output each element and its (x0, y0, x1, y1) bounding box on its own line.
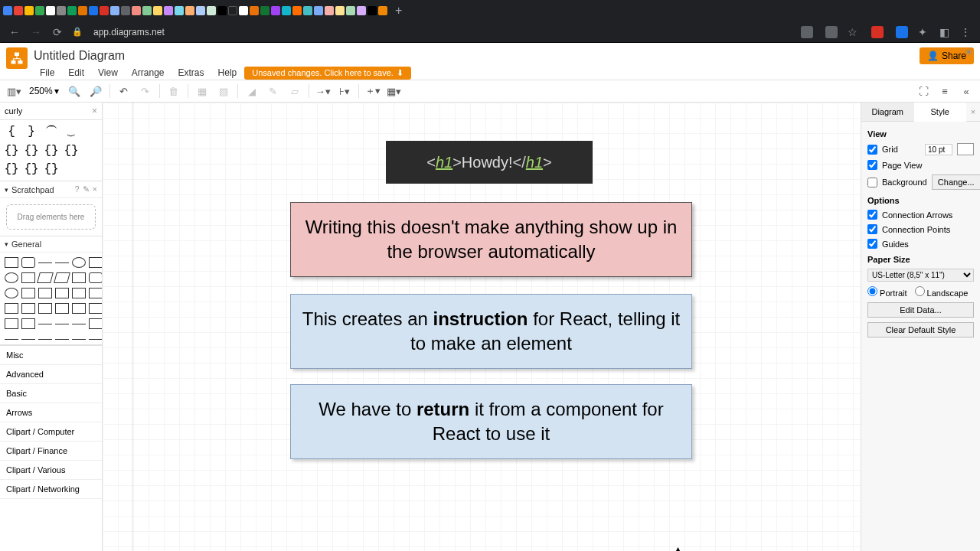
to-back-icon[interactable]: ▧ (214, 82, 233, 100)
shape-link[interactable] (21, 339, 35, 340)
landscape-radio[interactable]: Landscape (915, 286, 969, 298)
forward-button[interactable]: → (29, 26, 43, 38)
tab-favicon[interactable] (67, 6, 77, 15)
extension-icon[interactable] (825, 26, 838, 38)
shape-parallelogram[interactable] (54, 272, 70, 283)
shape-hexagon[interactable] (72, 272, 86, 283)
table-icon[interactable]: ▦▾ (385, 82, 403, 100)
tab-favicon[interactable] (357, 6, 366, 15)
shape-square[interactable] (89, 257, 103, 268)
appearance-icon[interactable]: ☀ (964, 46, 974, 58)
code-snippet-box[interactable]: <h1>Howdy!</h1> (386, 141, 593, 184)
tab-favicon[interactable] (239, 6, 248, 15)
tab-favicon[interactable] (24, 6, 34, 15)
shape-or[interactable] (89, 303, 103, 314)
tab-favicon[interactable] (282, 6, 291, 15)
category-clipart-networking[interactable]: Clipart / Networking (0, 480, 102, 499)
shape-braces[interactable]: {} (44, 162, 58, 176)
conn-points-checkbox[interactable] (867, 224, 877, 234)
canvas[interactable]: <h1>Howdy!</h1> Writing this doesn't mak… (103, 103, 861, 551)
shape-line[interactable] (38, 339, 52, 340)
tab-favicon[interactable] (303, 6, 312, 15)
close-panel-icon[interactable]: × (966, 103, 980, 121)
menu-file[interactable]: File (34, 66, 60, 80)
tab-favicon[interactable] (57, 6, 66, 15)
zoom-select[interactable]: 250% ▾ (26, 86, 62, 96)
help-icon[interactable]: ? (74, 184, 79, 194)
tab-favicon[interactable] (175, 6, 184, 15)
collapse-right-icon[interactable]: « (957, 82, 975, 100)
shape-callout[interactable] (55, 303, 69, 314)
tab-favicon[interactable] (346, 6, 355, 15)
shape-curve[interactable] (5, 339, 18, 340)
background-checkbox[interactable] (867, 178, 877, 187)
tab-favicon[interactable] (250, 6, 259, 15)
insert-icon[interactable]: ＋▾ (364, 82, 382, 100)
star-icon[interactable]: ☆ (845, 26, 859, 38)
change-background-button[interactable]: Change... (932, 174, 980, 190)
tab-favicon[interactable] (378, 6, 387, 15)
extension-icon[interactable] (871, 26, 884, 38)
conn-arrows-checkbox[interactable] (867, 210, 877, 220)
guides-checkbox[interactable] (867, 239, 877, 249)
menu-view[interactable]: View (92, 66, 124, 80)
papersize-select[interactable]: US-Letter (8,5" x 11") (867, 269, 974, 282)
tab-favicon[interactable] (164, 6, 173, 15)
shape-step[interactable] (72, 288, 86, 298)
sidebar-toggle-icon[interactable]: ▥▾ (5, 82, 23, 100)
new-tab-button[interactable]: + (389, 4, 408, 18)
shape-ellipse[interactable] (72, 257, 86, 268)
delete-icon[interactable]: 🗑 (165, 82, 183, 100)
clear-search-icon[interactable]: × (92, 106, 97, 116)
shape-dashed[interactable] (55, 324, 69, 324)
shape-trapezoid[interactable] (89, 288, 103, 298)
shape-brace[interactable]: ⏟ (64, 125, 78, 139)
tab-favicon[interactable] (217, 6, 227, 15)
format-panel-icon[interactable]: ≡ (936, 82, 954, 100)
tab-favicon[interactable] (89, 6, 98, 15)
tab-favicon[interactable] (110, 6, 119, 15)
shape-diamond[interactable] (37, 272, 54, 283)
app-logo-icon[interactable] (6, 47, 28, 69)
shape-process[interactable] (21, 272, 35, 283)
category-misc[interactable]: Misc (0, 346, 102, 365)
general-header[interactable]: ▾ General (0, 236, 102, 253)
grid-color-swatch[interactable] (957, 143, 974, 155)
line-color-icon[interactable]: ✎ (264, 82, 283, 100)
shape-textbox[interactable] (55, 262, 69, 263)
zoom-out-icon[interactable]: 🔎 (87, 82, 105, 100)
note-box-pink[interactable]: Writing this doesn't make anything show … (290, 202, 692, 277)
tab-favicon[interactable] (271, 6, 280, 15)
category-arrows[interactable]: Arrows (0, 403, 102, 422)
edit-icon[interactable]: ✎ (83, 184, 90, 194)
zoom-in-icon[interactable]: 🔍 (65, 82, 83, 100)
back-button[interactable]: ← (8, 26, 21, 38)
shape-brace[interactable]: ⏜ (44, 125, 58, 139)
unsaved-notice[interactable]: Unsaved changes. Click here to save. ⬇ (244, 67, 411, 80)
clear-style-button[interactable]: Clear Default Style (867, 322, 974, 337)
category-basic[interactable]: Basic (0, 384, 102, 403)
shape-card[interactable] (38, 303, 52, 314)
fullscreen-icon[interactable]: ⛶ (914, 82, 933, 100)
doc-title[interactable]: Untitled Diagram (34, 47, 913, 64)
shape-braces[interactable]: {} (64, 144, 78, 158)
shadow-icon[interactable]: ▱ (286, 82, 304, 100)
tab-favicon[interactable] (368, 6, 377, 15)
fill-color-icon[interactable]: ◢ (243, 82, 261, 100)
shape-braces[interactable]: {} (24, 162, 38, 176)
tab-favicon[interactable] (132, 6, 141, 15)
grid-checkbox[interactable] (867, 145, 877, 155)
undo-icon[interactable]: ↶ (115, 82, 133, 100)
shape-braces[interactable]: {} (5, 144, 18, 158)
tab-favicon[interactable] (121, 6, 130, 15)
url-text[interactable]: app.diagrams.net (93, 27, 165, 37)
grid-size-input[interactable] (925, 144, 952, 155)
tab-favicon[interactable] (325, 6, 334, 15)
category-clipart-computer[interactable]: Clipart / Computer (0, 422, 102, 442)
shape-text[interactable] (38, 262, 52, 263)
shape-curly-right[interactable]: } (24, 125, 38, 139)
tab-favicon[interactable] (292, 6, 302, 15)
connection-icon[interactable]: →▾ (314, 82, 332, 100)
tab-favicon[interactable] (14, 6, 23, 15)
shape-document[interactable] (21, 288, 35, 298)
